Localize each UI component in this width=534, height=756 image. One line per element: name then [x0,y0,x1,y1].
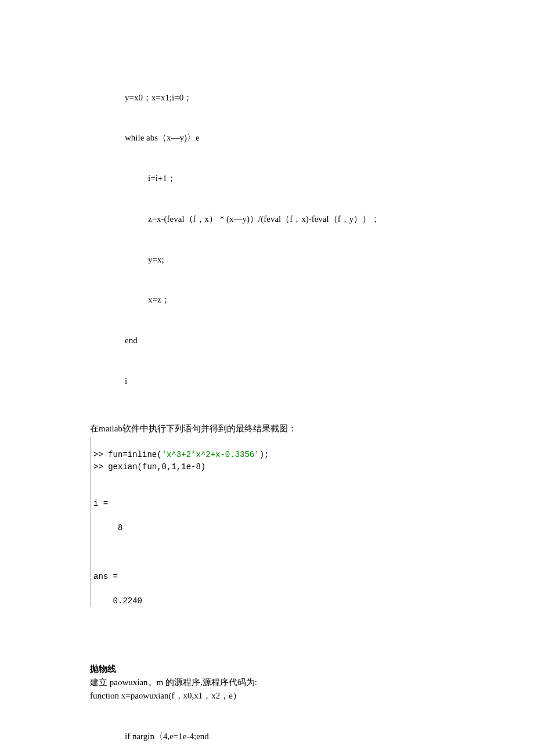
section-paowuxian: 抛物线 建立 paowuxian。m 的源程序,源程序代码为: function… [90,663,444,756]
code-line: if nargin〈4,e=1e-4;end [125,730,444,743]
code-line: x=z； [125,293,444,307]
code-line: i=i+1； [125,172,444,185]
code-line: y=x; [125,253,444,267]
console-line: >> gexian(fun,0,1,1e-8) [93,462,205,471]
code-line: end [125,334,444,347]
page: y=x0；x=x1;i=0； while abs（x—y)〉e i=i+1； z… [0,0,534,756]
section-heading: 抛物线 [90,663,444,676]
console-line: 0.2240 [93,596,142,606]
console-line: 8 [93,523,122,532]
code-line: while abs（x—y)〉e [125,131,444,145]
matlab-console: >> fun=inline('x^3+2*x^2+x-0.3356'); >> … [90,437,444,607]
code-line: z=x-(feval（f，x）＊(x—y)）/(feval（f，x)-feval… [125,213,444,226]
console-line: i = [93,499,108,508]
paowuxian-code: if nargin〈4,e=1e-4;end x=x2;y=x1；z=x0;i=… [125,703,444,757]
console-line: >> fun=inline('x^3+2*x^2+x-0.3356'); [93,450,269,459]
code-line: function x=paowuxian(f，x0,x1，x2，e） [90,689,444,703]
code-line: i [125,375,444,388]
spacer [90,607,444,663]
section-description: 建立 paowuxian。m 的源程序,源程序代码为: [90,676,444,689]
gexian-code: y=x0；x=x1;i=0； while abs（x—y)〉e i=i+1； z… [125,64,444,415]
console-line: ans = [93,572,118,581]
description-text: 在matlab软件中执行下列语句并得到的最终结果截图： [90,422,444,435]
code-line: y=x0；x=x1;i=0； [125,91,444,105]
